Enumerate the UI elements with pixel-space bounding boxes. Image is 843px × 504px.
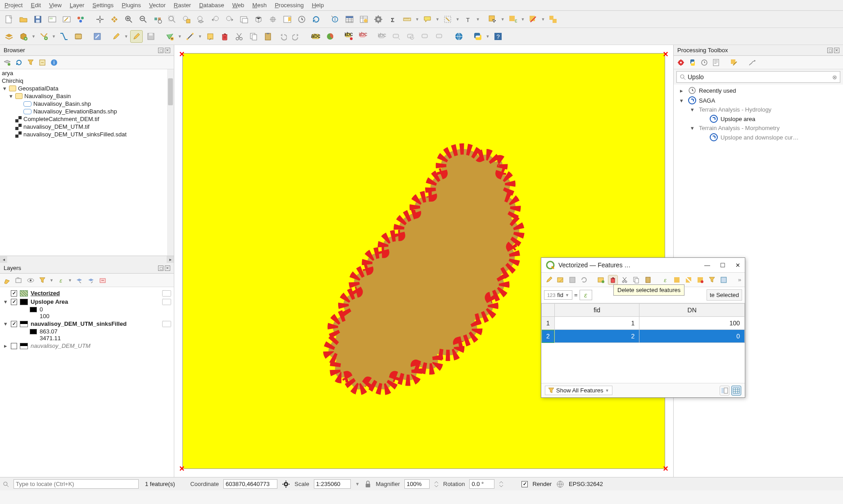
attr-multiedit-icon[interactable] — [556, 275, 566, 285]
maximize-icon[interactable]: ☐ — [720, 262, 725, 269]
processing-search-input[interactable] — [688, 73, 830, 81]
manage-visibility-icon[interactable] — [26, 276, 35, 285]
processing-tree-item[interactable]: Upslope and downslope cur… — [675, 132, 841, 142]
diagram-icon[interactable] — [324, 30, 336, 43]
menu-mesh[interactable]: Mesh — [252, 2, 267, 9]
new-project-icon[interactable] — [3, 13, 15, 26]
processing-close-icon[interactable]: ✕ — [834, 48, 839, 53]
clear-search-icon[interactable]: ⊗ — [832, 74, 837, 81]
browser-item[interactable]: CompleteCatchment_DEM.tif — [0, 115, 174, 123]
deselect-icon[interactable] — [527, 13, 539, 26]
attr-selectall-icon[interactable] — [672, 275, 682, 285]
open-project-icon[interactable] — [17, 13, 30, 26]
attr-col-rownum[interactable] — [542, 304, 555, 317]
label-show-icon[interactable]: abc — [376, 30, 389, 43]
toolbox-icon[interactable] — [372, 13, 385, 26]
menu-layer[interactable]: Layer — [70, 2, 85, 9]
filter-legend-icon[interactable] — [38, 276, 47, 285]
menu-database[interactable]: Database — [199, 2, 224, 9]
new-shapefile-icon[interactable] — [37, 30, 50, 43]
attribute-table-icon[interactable] — [343, 13, 356, 26]
new-geopackage-icon[interactable] — [17, 30, 30, 43]
pan-to-selection-icon[interactable] — [108, 13, 121, 26]
rotation-spinner-icon[interactable] — [499, 481, 503, 488]
render-checkbox[interactable] — [521, 481, 528, 487]
attr-expression-bar[interactable]: 123fid▼ = ε Delete selected features te … — [541, 287, 745, 303]
processing-options-icon[interactable] — [748, 58, 757, 67]
browser-vscroll[interactable] — [167, 69, 174, 256]
style-manager-icon[interactable] — [75, 13, 87, 26]
label-rotate-icon[interactable] — [405, 30, 417, 43]
zoom-full-icon[interactable] — [166, 13, 178, 26]
model-designer-icon[interactable] — [676, 58, 685, 67]
new-virtual-layer-icon[interactable] — [58, 30, 70, 43]
temporal-controller-icon[interactable] — [267, 13, 279, 26]
attr-movetop-icon[interactable] — [719, 275, 729, 285]
add-layer-icon[interactable] — [3, 58, 12, 67]
identify-icon[interactable]: i — [329, 13, 341, 26]
map-tips-icon[interactable] — [421, 13, 434, 26]
menu-vector[interactable]: Vector — [149, 2, 166, 9]
refresh-icon[interactable] — [310, 13, 322, 26]
menu-web[interactable]: Web — [232, 2, 245, 9]
new-memory-layer-icon[interactable] — [72, 30, 85, 43]
attr-copy-icon[interactable] — [631, 275, 641, 285]
label-move-icon[interactable] — [390, 30, 403, 43]
move-feature-icon[interactable] — [204, 30, 217, 43]
processing-tree-item[interactable]: ▾SAGA — [675, 95, 841, 105]
edit-inplace-icon[interactable] — [730, 58, 739, 67]
expr-filter-icon[interactable]: ε — [56, 276, 65, 285]
select-by-expr-icon[interactable]: ε — [507, 13, 519, 26]
browser-refresh-icon[interactable] — [14, 58, 23, 67]
show-features-button[interactable]: Show All Features ▼ — [545, 386, 612, 395]
attr-addfeature-icon[interactable] — [596, 275, 606, 285]
plugin-osm-icon[interactable] — [453, 30, 465, 43]
coordinate-input[interactable] — [223, 479, 277, 489]
help-icon[interactable]: ? — [492, 30, 504, 43]
attr-titlebar[interactable]: Vectorized — Features … — ☐ ✕ — [541, 258, 745, 273]
expression-builder-button[interactable]: ε — [580, 290, 592, 300]
browser-item[interactable]: Nauvalisoy_Basin.shp — [0, 100, 174, 108]
new-3d-view-icon[interactable] — [252, 13, 265, 26]
label-icon[interactable]: abc — [309, 30, 322, 43]
delete-selected-icon[interactable] — [218, 30, 231, 43]
layout-manager-icon[interactable] — [60, 13, 73, 26]
temporal-icon[interactable] — [295, 13, 308, 26]
measure-icon[interactable] — [401, 13, 413, 26]
attr-save-icon[interactable] — [567, 275, 577, 285]
model-script-icon[interactable] — [688, 58, 697, 67]
crs-text[interactable]: EPSG:32642 — [569, 481, 603, 487]
new-print-layout-icon[interactable] — [46, 13, 59, 26]
update-selected-button[interactable]: te Selected — [707, 289, 742, 301]
layer-row[interactable]: ▾nauvalisoy_DEM_UTM_sinksFilled — [1, 320, 173, 328]
save-edits-icon[interactable] — [145, 30, 157, 43]
processing-search[interactable]: ⊗ — [676, 71, 840, 83]
redo-icon[interactable] — [290, 30, 303, 43]
attr-delete-icon[interactable] — [608, 275, 618, 285]
menu-view[interactable]: View — [49, 2, 62, 9]
browser-item[interactable]: arya — [0, 69, 174, 77]
processing-tree-item[interactable]: Upslope area — [675, 114, 841, 124]
crs-icon[interactable] — [556, 480, 564, 488]
rotation-input[interactable] — [469, 479, 494, 489]
browser-item[interactable]: nauvalisoy_DEM_UTM_sinksFilled.sdat — [0, 130, 174, 138]
layer-row[interactable]: ▾Upslope Area — [1, 297, 173, 306]
attr-field-selector[interactable]: 123fid▼ — [544, 290, 572, 300]
undo-icon[interactable] — [276, 30, 289, 43]
python-console-icon[interactable] — [471, 30, 484, 43]
browser-item[interactable]: ▾Nauvalisoy_Basin — [0, 92, 174, 100]
cut-icon[interactable] — [233, 30, 245, 43]
toggle-editing2-icon[interactable] — [130, 30, 143, 43]
layers-tree[interactable]: Vectorized▾Upslope Area0100▾nauvalisoy_D… — [0, 287, 174, 477]
collapse-all-icon[interactable] — [86, 276, 95, 285]
table-view-icon[interactable] — [731, 386, 741, 396]
text-annotation-icon[interactable]: T — [462, 13, 474, 26]
attr-expr-select-icon[interactable]: ε — [660, 275, 670, 285]
layer-style-icon[interactable] — [3, 276, 12, 285]
attr-col-dn[interactable]: DN — [639, 304, 745, 317]
label-unpin-icon[interactable]: abc — [357, 30, 370, 43]
close-icon[interactable]: ✕ — [735, 262, 740, 269]
menu-plugins[interactable]: Plugins — [122, 2, 141, 9]
zoom-selection-icon[interactable] — [180, 13, 193, 26]
annotation-icon[interactable] — [441, 13, 454, 26]
